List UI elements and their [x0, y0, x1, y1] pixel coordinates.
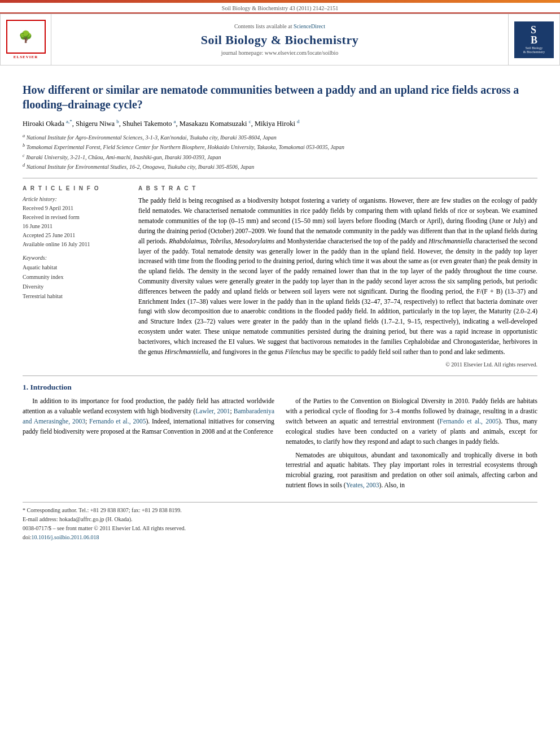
doi-line: doi:10.1016/j.soilbio.2011.06.018 [23, 534, 537, 540]
article-history-title: Article history: [23, 196, 127, 202]
intro-left-col: In addition to its importance for food p… [23, 396, 274, 493]
elsevier-tree-icon: 🌳 [19, 30, 33, 43]
article-info-abstract-section: A R T I C L E I N F O Article history: R… [23, 185, 537, 368]
intro-number: 1. [23, 383, 28, 391]
affiliation-a: a National Institute for Agro-Environmen… [23, 133, 537, 142]
homepage-text: journal homepage: www.elsevier.com/locat… [221, 50, 339, 56]
sciencedirect-line: Contents lists available at ScienceDirec… [234, 23, 325, 29]
divider-line [23, 178, 537, 178]
keyword-4: Terrestrial habitat [23, 291, 127, 301]
divider-line-2 [23, 375, 537, 376]
elsevier-logo-box: 🌳 ELSEVIER [1, 14, 51, 65]
affiliation-c: c Ibaraki University, 3-21-1, Chūou, Ami… [23, 152, 537, 161]
journal-title-main: Soil Biology & Biochemistry [201, 33, 358, 47]
abstract-text: The paddy field is being recognised as a… [138, 196, 537, 357]
email-address: E-mail address: hokada@affrc.go.jp (H. O… [23, 515, 537, 524]
issn-line: 0038-0717/$ – see front matter © 2011 El… [23, 524, 537, 533]
journal-logo-inner: SB Soil Biology& Biochemistry [514, 21, 554, 58]
header-center: Contents lists available at ScienceDirec… [51, 14, 509, 65]
elsevier-label: ELSEVIER [14, 55, 38, 59]
authors: Hiroaki Okada a,*, Shigeru Niwa b, Shuhe… [23, 119, 537, 128]
journal-header: 🌳 ELSEVIER Contents lists available at S… [0, 14, 560, 65]
footnote-area: * Corresponding author. Tel.: +81 29 838… [23, 502, 537, 540]
accepted-date: Accepted 25 June 2011 [23, 231, 127, 240]
affiliations: a National Institute for Agro-Environmen… [23, 133, 537, 171]
article-info-col: A R T I C L E I N F O Article history: R… [23, 185, 127, 368]
doi-link[interactable]: 10.1016/j.soilbio.2011.06.018 [32, 534, 99, 540]
ref-yeates: Yeates, 2003 [346, 482, 379, 488]
introduction-section: 1. Introduction In addition to its impor… [23, 383, 537, 493]
affiliation-d: d National Institute for Environmental S… [23, 162, 537, 171]
ref-fernando2: Fernando et al., 2005 [440, 418, 499, 425]
ref-fernando: Fernando et al., 2005 [89, 418, 146, 425]
ref-bambaradeniya: Bambaradeniya and Amerasinghe, 2003 [23, 408, 274, 425]
intro-right-p2: Nematodes are ubiquitous, abundant and t… [286, 451, 537, 491]
doi-prefix: doi: [23, 534, 32, 540]
keyword-2: Community index [23, 272, 127, 282]
sciencedirect-link[interactable]: ScienceDirect [294, 23, 325, 29]
page-wrapper: Soil Biology & Biochemistry 43 (2011) 21… [0, 0, 560, 747]
intro-left-p1: In addition to its importance for food p… [23, 396, 274, 436]
elsevier-logo-inner: 🌳 [6, 20, 46, 54]
abstract-label: A B S T R A C T [138, 185, 537, 191]
keywords-title: Keywords: [23, 255, 127, 261]
journal-logo-sb: SB [531, 25, 537, 45]
article-content: How different or similar are nematode co… [0, 65, 560, 552]
keyword-3: Diversity [23, 282, 127, 291]
affiliation-b: b Tomakomai Experimental Forest, Field S… [23, 142, 537, 151]
abstract-col: A B S T R A C T The paddy field is being… [138, 185, 537, 368]
volume-info-text: Soil Biology & Biochemistry 43 (2011) 21… [222, 5, 338, 11]
intro-right-p1: of the Parties to the Convention on Biol… [286, 396, 537, 447]
article-title: How different or similar are nematode co… [23, 82, 537, 112]
intro-right-col: of the Parties to the Convention on Biol… [286, 396, 537, 493]
article-info-label: A R T I C L E I N F O [23, 185, 127, 191]
journal-logo-subtitle: Soil Biology& Biochemistry [523, 46, 545, 54]
keyword-1: Aquatic habitat [23, 263, 127, 272]
available-date: Available online 16 July 2011 [23, 240, 127, 249]
revised-date: Received in revised form [23, 213, 127, 222]
intro-heading: Introduction [30, 383, 72, 391]
received-date: Received 9 April 2011 [23, 204, 127, 213]
journal-logo-box: SB Soil Biology& Biochemistry [509, 14, 559, 65]
journal-homepage: journal homepage: www.elsevier.com/locat… [221, 50, 339, 56]
intro-body-two-col: In addition to its importance for food p… [23, 396, 537, 493]
article-history-group: Article history: Received 9 April 2011 R… [23, 196, 127, 249]
corresponding-author: * Corresponding author. Tel.: +81 29 838… [23, 506, 537, 515]
intro-title: 1. Introduction [23, 383, 537, 392]
keywords-group: Keywords: Aquatic habitat Community inde… [23, 255, 127, 301]
sciencedirect-prefix: Contents lists available at [234, 23, 292, 29]
volume-info: Soil Biology & Biochemistry 43 (2011) 21… [0, 3, 560, 14]
copyright-line: © 2011 Elsevier Ltd. All rights reserved… [138, 361, 537, 368]
ref-lawler: Lawler, 2001 [195, 408, 230, 414]
revised-date-2: 16 June 2011 [23, 222, 127, 231]
